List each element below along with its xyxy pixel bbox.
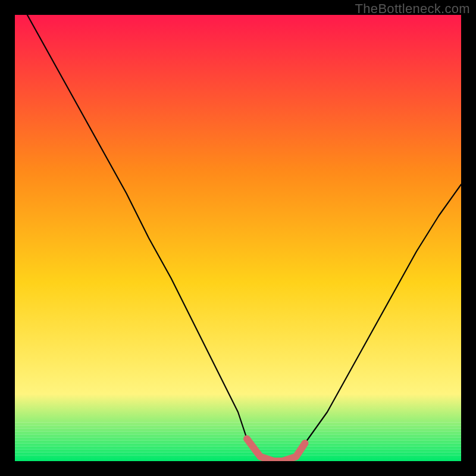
svg-rect-0 [15,15,461,461]
chart-frame: TheBottleneck.com [0,0,476,476]
chart-svg [15,15,461,461]
plot-area [15,15,461,461]
